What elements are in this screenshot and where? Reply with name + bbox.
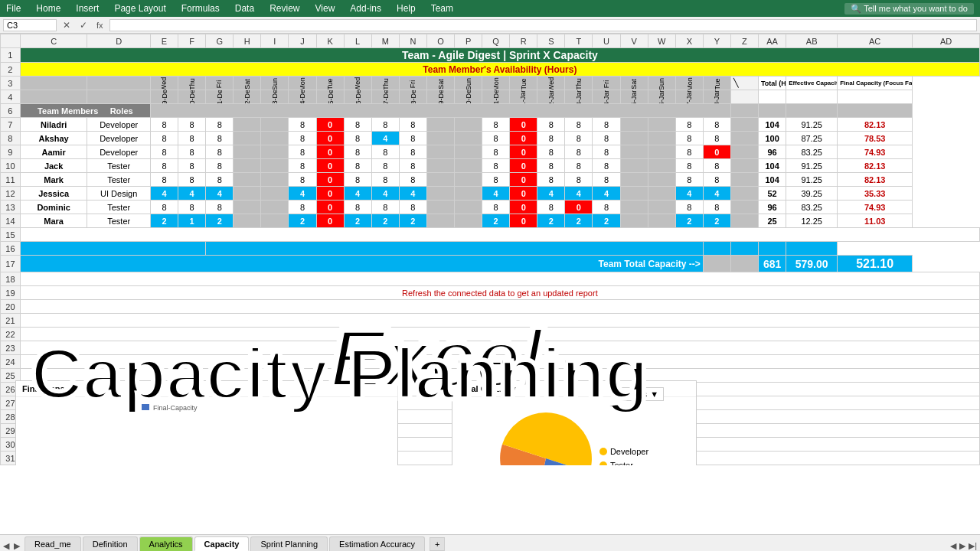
row-6-header: 6 xyxy=(1,104,21,118)
titlebar: File Home Insert Page Layout Formulas Da… xyxy=(0,0,980,17)
roles-dropdown[interactable]: Roles ▼ xyxy=(620,387,664,401)
file-menu[interactable]: File xyxy=(6,3,21,14)
day-tue3: Tue xyxy=(703,77,730,90)
aamir-1jan: 0 xyxy=(510,145,537,159)
row-3-header: 3 xyxy=(1,77,21,90)
niladri-end xyxy=(730,118,758,132)
row-1-header: 1 xyxy=(1,48,21,63)
sheet-tab-sprintplanning[interactable]: Sprint Planning xyxy=(250,536,328,551)
formula-input[interactable] xyxy=(109,19,977,31)
jessica-28dec: 4 xyxy=(399,187,426,201)
empty-6-final xyxy=(838,104,913,118)
insert-menu[interactable]: Insert xyxy=(76,3,99,14)
mark-25dec: 0 xyxy=(316,173,344,187)
pagelayout-menu[interactable]: Page Layout xyxy=(114,3,165,14)
date-22dec: 22-Dec xyxy=(234,90,261,104)
akshay-25dec: 0 xyxy=(316,132,344,145)
empty-20 xyxy=(20,300,979,314)
total-hrs-value: 681 xyxy=(759,256,786,272)
member-akshay: Akshay xyxy=(20,132,87,145)
scroll-right[interactable]: ▶ xyxy=(959,541,965,551)
spreadsheet-area: C D E F G H I J K L M N O P Q R S T U V xyxy=(0,34,980,465)
niladri-2jan: 8 xyxy=(537,118,565,132)
col-header-e: E xyxy=(150,34,178,48)
col-header-w: W xyxy=(648,34,675,48)
formulas-menu[interactable]: Formulas xyxy=(181,3,220,14)
day-wed3: Wed xyxy=(537,77,565,90)
akshay-23dec xyxy=(261,132,289,145)
dominic-3jan: 0 xyxy=(565,201,593,214)
date-30dec: 30-Dec xyxy=(455,90,482,104)
col-header-s: S xyxy=(537,34,565,48)
review-menu[interactable]: Review xyxy=(270,3,299,14)
date-24dec: 24-Dec xyxy=(289,90,316,104)
scroll-end[interactable]: ▶| xyxy=(969,541,977,551)
empty-16-final xyxy=(786,242,838,256)
akshay-22dec xyxy=(234,132,261,145)
niladri-19dec: 8 xyxy=(150,118,178,132)
row-10-header: 10 xyxy=(1,159,21,173)
cell-reference-box[interactable]: C3 xyxy=(3,19,57,31)
dominic-5jan xyxy=(620,201,648,214)
akshay-24dec: 8 xyxy=(289,132,316,145)
col-header-g: G xyxy=(206,34,234,48)
scroll-left[interactable]: ◀ xyxy=(950,541,956,551)
addins-menu[interactable]: Add-ins xyxy=(350,3,381,14)
home-menu[interactable]: Home xyxy=(36,3,60,14)
dominic-final: 74.93 xyxy=(838,201,913,214)
day-mon1: Mon xyxy=(289,77,316,90)
aamir-26dec: 8 xyxy=(344,145,371,159)
sheet-next-button[interactable]: ▶ xyxy=(14,541,20,551)
add-sheet-button[interactable]: + xyxy=(430,537,445,551)
niladri-31dec: 8 xyxy=(482,118,510,132)
row-15-header: 15 xyxy=(1,228,21,242)
col-header-z: Z xyxy=(730,34,758,48)
formulabar: C3 ✕ ✓ fx xyxy=(0,17,980,34)
cancel-formula-button[interactable]: ✕ xyxy=(60,18,74,32)
date-23dec: 23-Dec xyxy=(261,90,289,104)
mark-28dec: 8 xyxy=(399,173,426,187)
sheet-prev-button[interactable]: ◀ xyxy=(3,541,9,551)
jack-8jan: 8 xyxy=(703,159,730,173)
mark-23dec xyxy=(261,173,289,187)
empty-6-eff xyxy=(786,104,838,118)
jessica-8jan: 4 xyxy=(703,187,730,201)
sheet-tab-definition[interactable]: Definition xyxy=(83,536,138,551)
jessica-end xyxy=(730,187,758,201)
sheet-tab-analytics[interactable]: Analytics xyxy=(139,536,193,551)
help-menu[interactable]: Help xyxy=(397,3,416,14)
row-4-header: 4 xyxy=(1,90,21,104)
dominic-end xyxy=(730,201,758,214)
data-menu[interactable]: Data xyxy=(235,3,254,14)
sheet-tab-readme[interactable]: Read_me xyxy=(24,536,81,551)
role-jack: Tester xyxy=(87,159,151,173)
role-mara: Tester xyxy=(87,214,151,228)
date-8jan: 8-Jan xyxy=(703,90,730,104)
row-13-header: 13 xyxy=(1,201,21,214)
search-box[interactable]: 🔍 Tell me what you want to do xyxy=(844,3,974,15)
col-header-j: J xyxy=(289,34,316,48)
col-header-u: U xyxy=(593,34,620,48)
sheet-tab-estimationaccuracy[interactable]: Estimation Accuracy xyxy=(329,536,425,551)
mara-1jan: 0 xyxy=(510,214,537,228)
roles-dropdown-arrow[interactable]: ▼ xyxy=(650,390,658,399)
mara-25dec: 0 xyxy=(316,214,344,228)
niladri-6jan xyxy=(648,118,675,132)
niladri-final: 82.13 xyxy=(838,118,913,132)
view-menu[interactable]: View xyxy=(315,3,335,14)
dominic-30dec xyxy=(455,201,482,214)
col-header-t: T xyxy=(565,34,593,48)
sheet-tab-capacity[interactable]: Capacity xyxy=(194,536,250,551)
team-menu[interactable]: Team xyxy=(431,3,453,14)
dominic-29dec xyxy=(426,201,454,214)
mara-2jan: 2 xyxy=(537,214,565,228)
mara-23dec xyxy=(261,214,289,228)
empty-16-end xyxy=(703,242,730,256)
dominic-6jan xyxy=(648,201,675,214)
confirm-formula-button[interactable]: ✓ xyxy=(77,18,90,32)
fx-label: fx xyxy=(93,21,106,30)
dominic-19dec: 8 xyxy=(150,201,178,214)
dominic-23dec xyxy=(261,201,289,214)
empty-22 xyxy=(20,328,979,341)
akshay-1jan: 0 xyxy=(510,132,537,145)
